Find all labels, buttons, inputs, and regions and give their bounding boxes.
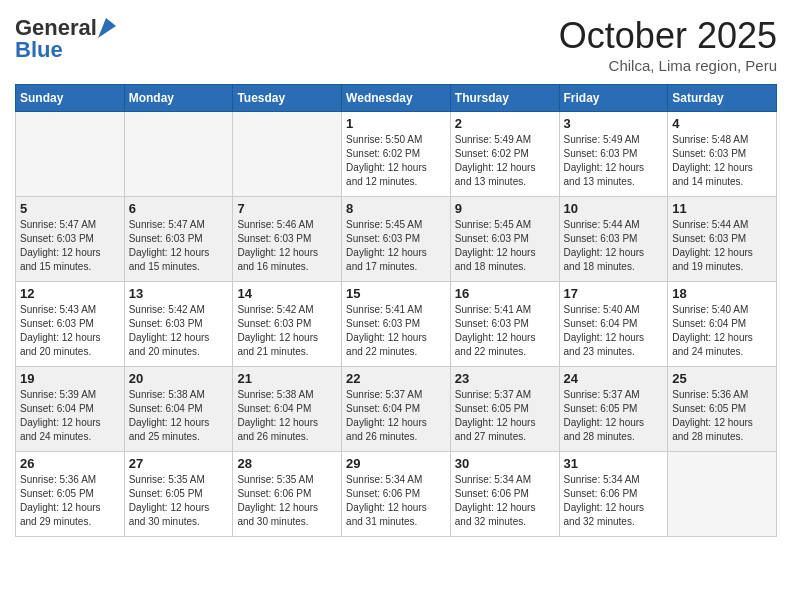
day-number: 25 xyxy=(672,371,772,386)
day-number: 11 xyxy=(672,201,772,216)
calendar-week-row: 1Sunrise: 5:50 AM Sunset: 6:02 PM Daylig… xyxy=(16,112,777,197)
day-info: Sunrise: 5:40 AM Sunset: 6:04 PM Dayligh… xyxy=(672,303,772,359)
title-block: October 2025 Chilca, Lima region, Peru xyxy=(559,15,777,74)
day-info: Sunrise: 5:44 AM Sunset: 6:03 PM Dayligh… xyxy=(564,218,664,274)
calendar-day-cell: 25Sunrise: 5:36 AM Sunset: 6:05 PM Dayli… xyxy=(668,367,777,452)
calendar-day-cell: 4Sunrise: 5:48 AM Sunset: 6:03 PM Daylig… xyxy=(668,112,777,197)
day-number: 13 xyxy=(129,286,229,301)
day-info: Sunrise: 5:46 AM Sunset: 6:03 PM Dayligh… xyxy=(237,218,337,274)
day-info: Sunrise: 5:36 AM Sunset: 6:05 PM Dayligh… xyxy=(672,388,772,444)
calendar-table: SundayMondayTuesdayWednesdayThursdayFrid… xyxy=(15,84,777,537)
day-number: 14 xyxy=(237,286,337,301)
day-info: Sunrise: 5:34 AM Sunset: 6:06 PM Dayligh… xyxy=(346,473,446,529)
calendar-day-cell: 13Sunrise: 5:42 AM Sunset: 6:03 PM Dayli… xyxy=(124,282,233,367)
day-info: Sunrise: 5:37 AM Sunset: 6:05 PM Dayligh… xyxy=(455,388,555,444)
day-number: 1 xyxy=(346,116,446,131)
calendar-day-cell xyxy=(16,112,125,197)
calendar-day-cell: 6Sunrise: 5:47 AM Sunset: 6:03 PM Daylig… xyxy=(124,197,233,282)
day-number: 24 xyxy=(564,371,664,386)
day-info: Sunrise: 5:49 AM Sunset: 6:02 PM Dayligh… xyxy=(455,133,555,189)
day-number: 9 xyxy=(455,201,555,216)
calendar-day-cell: 26Sunrise: 5:36 AM Sunset: 6:05 PM Dayli… xyxy=(16,452,125,537)
day-number: 17 xyxy=(564,286,664,301)
day-info: Sunrise: 5:44 AM Sunset: 6:03 PM Dayligh… xyxy=(672,218,772,274)
day-number: 27 xyxy=(129,456,229,471)
day-number: 5 xyxy=(20,201,120,216)
calendar-day-cell: 24Sunrise: 5:37 AM Sunset: 6:05 PM Dayli… xyxy=(559,367,668,452)
day-info: Sunrise: 5:36 AM Sunset: 6:05 PM Dayligh… xyxy=(20,473,120,529)
logo-blue: Blue xyxy=(15,37,63,63)
calendar-header-row: SundayMondayTuesdayWednesdayThursdayFrid… xyxy=(16,85,777,112)
day-number: 26 xyxy=(20,456,120,471)
day-info: Sunrise: 5:41 AM Sunset: 6:03 PM Dayligh… xyxy=(346,303,446,359)
calendar-day-cell xyxy=(668,452,777,537)
calendar-day-cell: 2Sunrise: 5:49 AM Sunset: 6:02 PM Daylig… xyxy=(450,112,559,197)
calendar-day-cell: 20Sunrise: 5:38 AM Sunset: 6:04 PM Dayli… xyxy=(124,367,233,452)
calendar-week-row: 26Sunrise: 5:36 AM Sunset: 6:05 PM Dayli… xyxy=(16,452,777,537)
calendar-day-cell: 31Sunrise: 5:34 AM Sunset: 6:06 PM Dayli… xyxy=(559,452,668,537)
day-number: 19 xyxy=(20,371,120,386)
day-number: 23 xyxy=(455,371,555,386)
weekday-header-friday: Friday xyxy=(559,85,668,112)
logo-bird-icon xyxy=(98,18,116,38)
day-number: 21 xyxy=(237,371,337,386)
day-number: 8 xyxy=(346,201,446,216)
day-info: Sunrise: 5:35 AM Sunset: 6:06 PM Dayligh… xyxy=(237,473,337,529)
day-info: Sunrise: 5:38 AM Sunset: 6:04 PM Dayligh… xyxy=(129,388,229,444)
day-info: Sunrise: 5:41 AM Sunset: 6:03 PM Dayligh… xyxy=(455,303,555,359)
calendar-day-cell: 11Sunrise: 5:44 AM Sunset: 6:03 PM Dayli… xyxy=(668,197,777,282)
day-info: Sunrise: 5:50 AM Sunset: 6:02 PM Dayligh… xyxy=(346,133,446,189)
day-info: Sunrise: 5:43 AM Sunset: 6:03 PM Dayligh… xyxy=(20,303,120,359)
day-info: Sunrise: 5:34 AM Sunset: 6:06 PM Dayligh… xyxy=(455,473,555,529)
day-number: 18 xyxy=(672,286,772,301)
day-number: 16 xyxy=(455,286,555,301)
location: Chilca, Lima region, Peru xyxy=(559,57,777,74)
day-number: 29 xyxy=(346,456,446,471)
day-info: Sunrise: 5:34 AM Sunset: 6:06 PM Dayligh… xyxy=(564,473,664,529)
day-number: 28 xyxy=(237,456,337,471)
day-info: Sunrise: 5:37 AM Sunset: 6:04 PM Dayligh… xyxy=(346,388,446,444)
day-info: Sunrise: 5:40 AM Sunset: 6:04 PM Dayligh… xyxy=(564,303,664,359)
weekday-header-tuesday: Tuesday xyxy=(233,85,342,112)
calendar-day-cell: 9Sunrise: 5:45 AM Sunset: 6:03 PM Daylig… xyxy=(450,197,559,282)
day-info: Sunrise: 5:48 AM Sunset: 6:03 PM Dayligh… xyxy=(672,133,772,189)
calendar-week-row: 5Sunrise: 5:47 AM Sunset: 6:03 PM Daylig… xyxy=(16,197,777,282)
calendar-day-cell: 21Sunrise: 5:38 AM Sunset: 6:04 PM Dayli… xyxy=(233,367,342,452)
calendar-day-cell: 22Sunrise: 5:37 AM Sunset: 6:04 PM Dayli… xyxy=(342,367,451,452)
calendar-day-cell: 17Sunrise: 5:40 AM Sunset: 6:04 PM Dayli… xyxy=(559,282,668,367)
calendar-week-row: 19Sunrise: 5:39 AM Sunset: 6:04 PM Dayli… xyxy=(16,367,777,452)
day-number: 30 xyxy=(455,456,555,471)
calendar-day-cell xyxy=(233,112,342,197)
weekday-header-thursday: Thursday xyxy=(450,85,559,112)
day-number: 2 xyxy=(455,116,555,131)
day-info: Sunrise: 5:39 AM Sunset: 6:04 PM Dayligh… xyxy=(20,388,120,444)
month-title: October 2025 xyxy=(559,15,777,57)
calendar-day-cell: 3Sunrise: 5:49 AM Sunset: 6:03 PM Daylig… xyxy=(559,112,668,197)
calendar-day-cell: 27Sunrise: 5:35 AM Sunset: 6:05 PM Dayli… xyxy=(124,452,233,537)
day-number: 20 xyxy=(129,371,229,386)
svg-marker-0 xyxy=(98,18,116,38)
day-info: Sunrise: 5:42 AM Sunset: 6:03 PM Dayligh… xyxy=(237,303,337,359)
day-info: Sunrise: 5:47 AM Sunset: 6:03 PM Dayligh… xyxy=(129,218,229,274)
day-info: Sunrise: 5:49 AM Sunset: 6:03 PM Dayligh… xyxy=(564,133,664,189)
calendar-day-cell: 15Sunrise: 5:41 AM Sunset: 6:03 PM Dayli… xyxy=(342,282,451,367)
calendar-day-cell: 12Sunrise: 5:43 AM Sunset: 6:03 PM Dayli… xyxy=(16,282,125,367)
day-number: 22 xyxy=(346,371,446,386)
weekday-header-saturday: Saturday xyxy=(668,85,777,112)
calendar-day-cell: 14Sunrise: 5:42 AM Sunset: 6:03 PM Dayli… xyxy=(233,282,342,367)
calendar-day-cell: 29Sunrise: 5:34 AM Sunset: 6:06 PM Dayli… xyxy=(342,452,451,537)
calendar-day-cell: 7Sunrise: 5:46 AM Sunset: 6:03 PM Daylig… xyxy=(233,197,342,282)
day-info: Sunrise: 5:42 AM Sunset: 6:03 PM Dayligh… xyxy=(129,303,229,359)
day-number: 7 xyxy=(237,201,337,216)
day-number: 15 xyxy=(346,286,446,301)
calendar-day-cell: 19Sunrise: 5:39 AM Sunset: 6:04 PM Dayli… xyxy=(16,367,125,452)
calendar-day-cell: 28Sunrise: 5:35 AM Sunset: 6:06 PM Dayli… xyxy=(233,452,342,537)
day-info: Sunrise: 5:45 AM Sunset: 6:03 PM Dayligh… xyxy=(346,218,446,274)
day-info: Sunrise: 5:38 AM Sunset: 6:04 PM Dayligh… xyxy=(237,388,337,444)
calendar-day-cell: 5Sunrise: 5:47 AM Sunset: 6:03 PM Daylig… xyxy=(16,197,125,282)
calendar-day-cell xyxy=(124,112,233,197)
weekday-header-wednesday: Wednesday xyxy=(342,85,451,112)
calendar-day-cell: 30Sunrise: 5:34 AM Sunset: 6:06 PM Dayli… xyxy=(450,452,559,537)
day-number: 12 xyxy=(20,286,120,301)
calendar-day-cell: 10Sunrise: 5:44 AM Sunset: 6:03 PM Dayli… xyxy=(559,197,668,282)
